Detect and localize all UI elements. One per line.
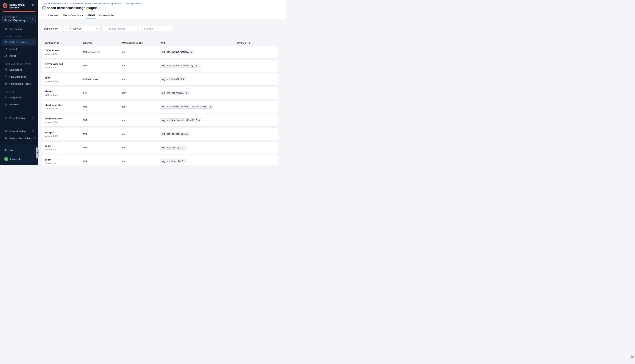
sidebar-item-label: Code Repositories bbox=[9, 41, 29, 44]
sidebar-bottom-panel: ? Help L Lavakush bbox=[0, 145, 38, 165]
license-filter-dropdown[interactable]: License bbox=[71, 26, 100, 31]
breadcrumb-account-link[interactable]: Account: Automation-SSCA bbox=[42, 2, 68, 5]
dependency-version: version: 1.0.1 bbox=[45, 66, 83, 68]
dependency-name: acorn bbox=[45, 158, 83, 161]
package-manager-input[interactable] bbox=[107, 27, 135, 30]
layers-icon bbox=[4, 130, 7, 133]
dependency-version: version: 7.4.1 bbox=[45, 148, 83, 151]
supplier-search bbox=[139, 26, 172, 31]
sidebar-item-artifacts[interactable]: Artifacts bbox=[3, 46, 36, 52]
dependency-cell: abort-controller version: 1.1.0 bbox=[45, 104, 83, 110]
dependency-name: abort-controller bbox=[45, 117, 83, 120]
package-manager-cell: npm bbox=[121, 64, 160, 67]
sidebar-item-code-repositories[interactable]: Code Repositories bbox=[3, 39, 36, 46]
breadcrumb-project-link[interactable]: Project: Product Exploratory bbox=[94, 2, 121, 5]
sidebar-item-organization-settings[interactable]: Organization Settings bbox=[3, 135, 36, 142]
package-manager-cell: npm bbox=[121, 105, 160, 108]
purl-badge: pkg:npm/abab@2.0.6 bbox=[160, 77, 186, 81]
package-manager-cell: npm bbox=[121, 92, 160, 94]
avatar: L bbox=[4, 157, 8, 161]
package-manager-cell: npm bbox=[121, 160, 160, 163]
clipboard-check-icon bbox=[4, 75, 7, 78]
brand-accent-rule bbox=[3, 11, 36, 12]
chevron-down-icon bbox=[66, 28, 68, 30]
tab-vulnerabilities[interactable]: Vulnerabilities bbox=[99, 14, 114, 19]
sidebar-item-account-settings[interactable]: Account Settings bbox=[3, 128, 36, 134]
dependency-version: version: 3.0.0 bbox=[45, 121, 83, 123]
user-name: Lavakush bbox=[10, 158, 21, 160]
sidebar-item-get-started[interactable]: Get Started bbox=[3, 26, 36, 32]
breadcrumb-code-repositories-link[interactable]: Code Repositories bbox=[124, 2, 141, 5]
purl-cell: pkg:npm/abab@2.0.6 bbox=[160, 77, 237, 81]
dependency-name: acorn bbox=[45, 144, 83, 147]
purl-cell: pkg:npm/%40azure/abort-controller@1.1.0 bbox=[160, 104, 237, 108]
purl-cell: pkg:npm/abbrev@1.1.1 bbox=[160, 91, 237, 95]
breadcrumb-organization-link[interactable]: Organization: default bbox=[72, 2, 91, 5]
filter-bar: Dependency License bbox=[42, 26, 286, 31]
repo-title-row: shash-harness/backstage-plugins bbox=[42, 6, 286, 10]
page-header: Account: Automation-SSCA › Organization:… bbox=[38, 0, 286, 19]
tab-overview[interactable]: Overview bbox=[48, 14, 58, 19]
column-header-dependency[interactable]: DEPENDENCY bbox=[45, 42, 83, 44]
package-manager-cell: npm bbox=[121, 119, 160, 122]
dependency-name: abab bbox=[45, 76, 83, 79]
section-manage: MANAGE bbox=[6, 91, 36, 93]
sidebar-collapse-handle[interactable] bbox=[36, 147, 39, 159]
package-manager-search bbox=[101, 26, 137, 31]
purl-cell: pkg:npm/JSONStream@1.3.5 bbox=[160, 50, 237, 54]
user-menu[interactable]: L Lavakush bbox=[3, 156, 36, 162]
dependency-version: version: 1.1.0 bbox=[45, 108, 83, 110]
purl-cell: pkg:npm/a-sync-waterfall@1.0.1 bbox=[160, 64, 237, 68]
purl-cell: pkg:npm/acorn@8.8.1 bbox=[160, 159, 237, 163]
dependency-filter-dropdown[interactable]: Dependency bbox=[42, 26, 70, 31]
sidebar-item-label: Account Settings bbox=[9, 130, 27, 132]
sidebar-item-rule-definitions[interactable]: Rule Definitions bbox=[3, 74, 36, 80]
table-header: DEPENDENCY LICENSE PACKAGE MANAGER PURL … bbox=[42, 42, 278, 44]
tab-sbom[interactable]: SBOM bbox=[87, 14, 95, 19]
license-cell: ISC bbox=[83, 92, 121, 94]
table-row: a-sync-waterfall version: 1.0.1 MIT npm … bbox=[42, 60, 278, 72]
sidebar-item-integrations[interactable]: Integrations bbox=[3, 94, 36, 101]
sidebar-item-project-settings[interactable]: Project Settings bbox=[3, 115, 36, 122]
sidebar-item-pipelines[interactable]: Pipelines bbox=[3, 101, 36, 108]
main-area: Account: Automation-SSCA › Organization:… bbox=[38, 0, 286, 165]
sidebar-item-compliance[interactable]: Compliance bbox=[3, 66, 36, 73]
dependency-version: version: 2.0.6 bbox=[45, 80, 83, 82]
table-row: acorn version: 8.8.1 MIT npm pkg:npm/aco… bbox=[42, 155, 278, 165]
gear-icon bbox=[4, 116, 7, 120]
sidebar-item-remediation-tracker[interactable]: Remediation Tracker bbox=[3, 80, 36, 87]
project-selector[interactable]: PROJECT Product Exploratory bbox=[3, 15, 36, 23]
sidebar-item-cicd[interactable]: CI/CD bbox=[3, 53, 36, 60]
sort-descending-icon bbox=[61, 42, 63, 44]
info-icon[interactable] bbox=[34, 137, 37, 139]
sidebar-item-label: Rule Definitions bbox=[9, 76, 26, 78]
dependency-cell: acorn version: 8.8.1 bbox=[45, 158, 83, 164]
sidebar-item-label: Artifacts bbox=[9, 48, 18, 50]
column-header-purl: PURL bbox=[160, 42, 237, 44]
dependency-name: abort-controller bbox=[45, 104, 83, 106]
tab-risk-compliance[interactable]: Risk & Compliance bbox=[63, 14, 83, 19]
sidebar-item-help[interactable]: ? Help bbox=[3, 147, 36, 154]
chevron-right-icon bbox=[32, 117, 34, 119]
purl-cell: pkg:npm/accepts@1.3.8 bbox=[160, 132, 237, 136]
column-header-supplier[interactable]: SUPPLIER bbox=[237, 42, 275, 44]
sbom-table-body: JSONStream version: 1.3.5 MIT, Apache-2.… bbox=[42, 46, 286, 165]
app-title: Supply Chain Security bbox=[9, 4, 25, 9]
app-grid-icon[interactable] bbox=[32, 4, 36, 7]
license-cell: MIT bbox=[83, 133, 121, 136]
info-icon[interactable] bbox=[32, 130, 34, 132]
project-label: PROJECT bbox=[8, 16, 17, 18]
license-cell: MIT bbox=[83, 160, 121, 163]
supplier-input[interactable] bbox=[144, 27, 170, 30]
license-cell: BSD-3-Clause bbox=[83, 78, 121, 81]
sidebar-item-label: Compliance bbox=[9, 68, 22, 71]
dependency-version: version: 1.3.5 bbox=[45, 53, 83, 55]
sidebar-item-label: Pipelines bbox=[9, 103, 19, 106]
project-name: Product Exploratory bbox=[5, 19, 34, 22]
cube-icon bbox=[5, 16, 7, 18]
dependency-version: version: 8.8.1 bbox=[45, 162, 83, 164]
dependency-name: JSONStream bbox=[45, 49, 83, 52]
brand: Supply Chain Security bbox=[0, 0, 38, 9]
license-cell: MIT bbox=[83, 64, 121, 67]
svg-text:?: ? bbox=[5, 149, 6, 150]
